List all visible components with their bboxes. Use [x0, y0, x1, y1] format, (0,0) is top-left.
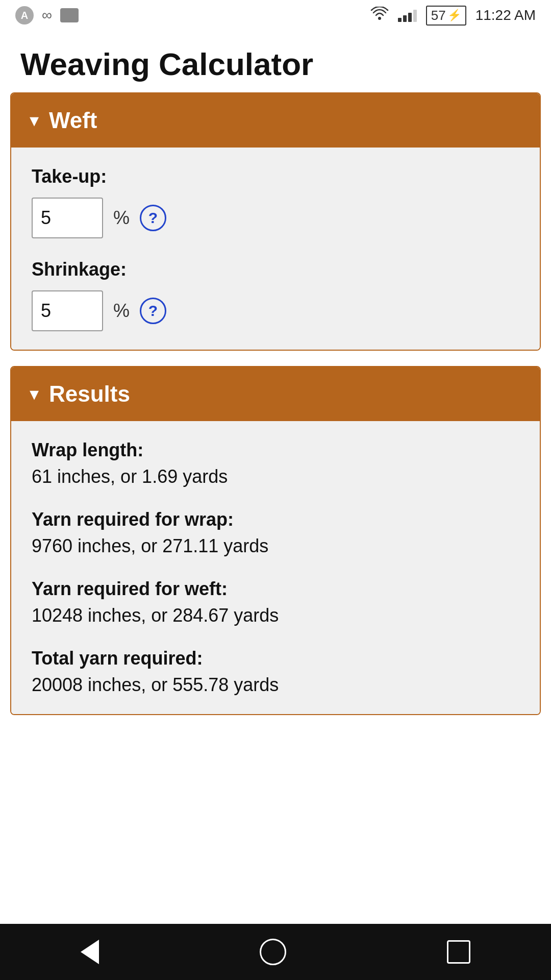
- results-header-title: Results: [49, 381, 130, 407]
- results-body: Wrap length: 61 inches, or 1.69 yards Ya…: [11, 421, 540, 714]
- wrap-length-value: 61 inches, or 1.69 yards: [32, 466, 519, 487]
- total-yarn-value: 20008 inches, or 555.78 yards: [32, 674, 519, 696]
- navigation-bar: [0, 924, 551, 980]
- takeup-field-group: Take-up: % ?: [32, 166, 519, 238]
- takeup-help-icon[interactable]: ?: [140, 205, 166, 231]
- results-section: ▾ Results Wrap length: 61 inches, or 1.6…: [10, 366, 541, 715]
- status-time: 11:22 AM: [475, 7, 536, 23]
- nav-recents-button[interactable]: [447, 940, 470, 964]
- notification-icon: ∞: [42, 7, 52, 23]
- status-bar: A ∞ 57 ⚡ 11:22: [0, 0, 551, 31]
- weft-header[interactable]: ▾ Weft: [11, 93, 540, 148]
- back-icon: [81, 940, 99, 964]
- results-header[interactable]: ▾ Results: [11, 367, 540, 421]
- weft-header-title: Weft: [49, 108, 97, 133]
- shrinkage-input[interactable]: [32, 290, 103, 331]
- wrap-length-result: Wrap length: 61 inches, or 1.69 yards: [32, 439, 519, 487]
- battery-icon: 57 ⚡: [426, 6, 466, 26]
- svg-point-0: [378, 17, 381, 20]
- nav-back-button[interactable]: [81, 940, 99, 964]
- yarn-weft-value: 10248 inches, or 284.67 yards: [32, 605, 519, 626]
- takeup-input[interactable]: [32, 198, 103, 238]
- page-title: Weaving Calculator: [0, 31, 551, 92]
- home-icon: [260, 939, 286, 965]
- weft-chevron-icon: ▾: [30, 111, 39, 130]
- total-yarn-label: Total yarn required:: [32, 648, 519, 669]
- wrap-length-label: Wrap length:: [32, 439, 519, 461]
- results-chevron-icon: ▾: [30, 385, 39, 403]
- yarn-wrap-label: Yarn required for wrap:: [32, 509, 519, 530]
- yarn-wrap-value: 9760 inches, or 271.11 yards: [32, 535, 519, 557]
- takeup-field-row: % ?: [32, 198, 519, 238]
- status-right-icons: 57 ⚡ 11:22 AM: [370, 6, 536, 26]
- shrinkage-field-row: % ?: [32, 290, 519, 331]
- signal-icon: [398, 9, 417, 22]
- logo-icon: A: [15, 6, 34, 24]
- weft-section: ▾ Weft Take-up: % ? Shrinkage: % ?: [10, 92, 541, 351]
- total-yarn-result: Total yarn required: 20008 inches, or 55…: [32, 648, 519, 696]
- yarn-wrap-result: Yarn required for wrap: 9760 inches, or …: [32, 509, 519, 557]
- shrinkage-help-icon[interactable]: ?: [140, 298, 166, 324]
- shrinkage-unit: %: [113, 300, 130, 322]
- status-left-icons: A ∞: [15, 6, 79, 24]
- square-icon: [60, 8, 79, 22]
- takeup-label: Take-up:: [32, 166, 519, 187]
- nav-home-button[interactable]: [260, 939, 286, 965]
- shrinkage-field-group: Shrinkage: % ?: [32, 259, 519, 331]
- weft-body: Take-up: % ? Shrinkage: % ?: [11, 148, 540, 350]
- takeup-unit: %: [113, 207, 130, 229]
- yarn-weft-label: Yarn required for weft:: [32, 578, 519, 600]
- recents-icon: [447, 940, 470, 964]
- yarn-weft-result: Yarn required for weft: 10248 inches, or…: [32, 578, 519, 626]
- shrinkage-label: Shrinkage:: [32, 259, 519, 280]
- wifi-icon: [370, 7, 389, 24]
